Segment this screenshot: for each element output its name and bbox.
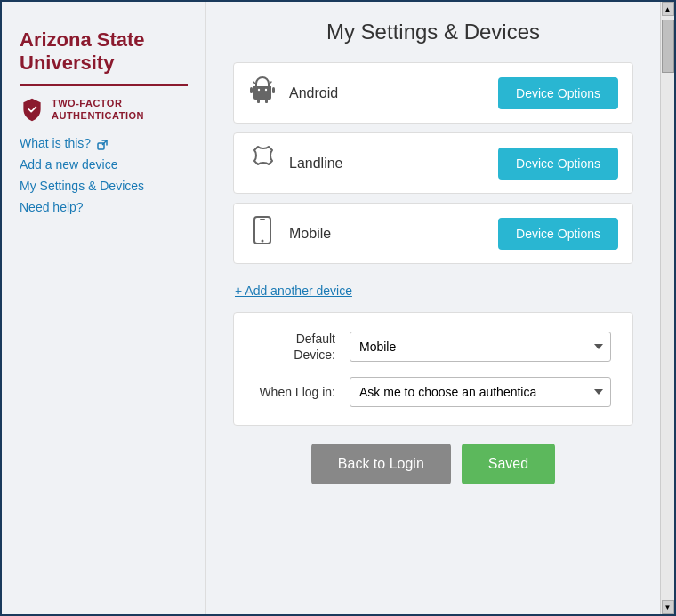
asu-logo: Arizona State University	[20, 28, 188, 76]
mobile-icon	[248, 216, 277, 251]
scrollbar-thumb[interactable]	[662, 20, 674, 73]
svg-rect-2	[257, 100, 260, 103]
default-device-row: Default Device: Mobile	[255, 331, 611, 363]
svg-rect-5	[272, 87, 275, 93]
logo-divider	[20, 84, 188, 86]
android-icon	[248, 76, 277, 110]
landline-device-options-button[interactable]: Device Options	[498, 148, 618, 180]
saved-button[interactable]: Saved	[462, 444, 555, 484]
page-title: My Settings & Devices	[233, 20, 633, 44]
settings-section: Default Device: Mobile When I log in: As…	[233, 312, 633, 426]
sidebar-nav: What is this? Add a new device My Settin…	[20, 136, 188, 214]
add-another-device-link[interactable]: + Add another device	[235, 284, 352, 298]
when-login-row: When I log in: Ask me to choose an authe…	[255, 377, 611, 407]
svg-point-8	[258, 89, 260, 91]
shield-icon	[20, 97, 44, 122]
android-device-card: Android Device Options	[233, 62, 633, 124]
svg-rect-3	[265, 100, 268, 103]
landline-device-name: Landline	[289, 156, 343, 172]
when-login-label: When I log in:	[255, 384, 335, 400]
back-to-login-button[interactable]: Back to Login	[311, 444, 451, 484]
when-login-select[interactable]: Ask me to choose an authentica	[350, 377, 611, 407]
scrollbar: ▲ ▼	[660, 2, 674, 614]
mobile-device-name: Mobile	[289, 226, 331, 242]
my-settings-devices-link[interactable]: My Settings & Devices	[20, 179, 188, 193]
need-help-link[interactable]: Need help?	[20, 200, 188, 214]
bottom-buttons: Back to Login Saved	[233, 444, 633, 484]
svg-point-12	[262, 240, 264, 243]
default-device-label: Default Device:	[255, 331, 335, 363]
landline-device-info: Landline	[248, 146, 343, 180]
svg-rect-4	[250, 87, 253, 93]
android-device-info: Android	[248, 76, 338, 110]
mobile-device-info: Mobile	[248, 216, 331, 251]
main-content: My Settings & Devices	[206, 2, 660, 614]
scroll-down-arrow[interactable]: ▼	[662, 600, 674, 614]
external-link-icon	[97, 140, 108, 150]
svg-point-9	[265, 89, 267, 91]
badge-text: TWO-FACTOR AUTHENTICATION	[52, 97, 144, 123]
add-new-device-link[interactable]: Add a new device	[20, 157, 188, 172]
android-device-name: Android	[289, 85, 338, 101]
landline-icon	[248, 146, 277, 180]
default-device-select[interactable]: Mobile	[350, 332, 611, 362]
mobile-device-card: Mobile Device Options	[233, 203, 633, 264]
sidebar: Arizona State University TWO-FACTOR AUTH…	[2, 2, 206, 614]
landline-device-card: Landline Device Options	[233, 132, 633, 194]
mobile-device-options-button[interactable]: Device Options	[498, 218, 618, 250]
two-factor-badge: TWO-FACTOR AUTHENTICATION	[20, 97, 188, 123]
scroll-up-arrow[interactable]: ▲	[662, 2, 674, 16]
main-window: Arizona State University TWO-FACTOR AUTH…	[0, 0, 676, 616]
android-device-options-button[interactable]: Device Options	[498, 77, 618, 109]
what-is-this-link[interactable]: What is this?	[20, 136, 188, 150]
